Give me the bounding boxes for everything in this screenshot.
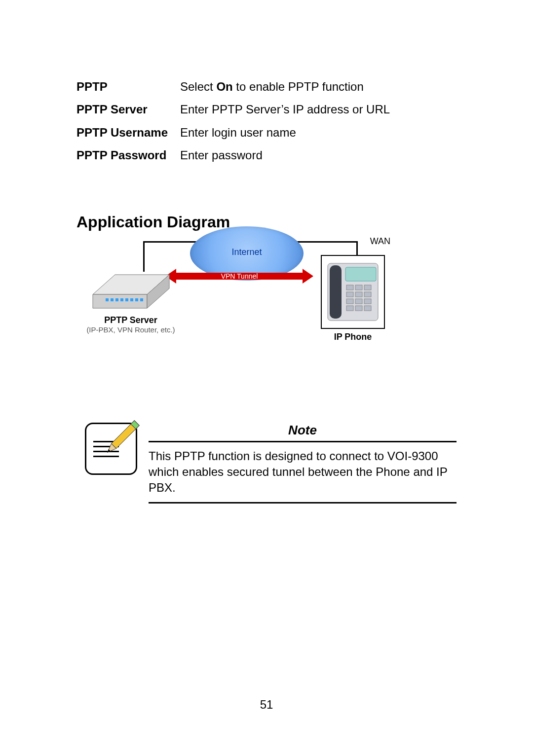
- def-desc-text: Enter PPTP Server: [180, 103, 281, 116]
- svg-rect-3: [106, 298, 109, 301]
- page: PPTP Select On to enable PPTP function P…: [0, 0, 533, 756]
- svg-rect-9: [135, 298, 138, 301]
- def-term: PPTP: [76, 79, 175, 95]
- ip-phone-device: IP Phone: [313, 255, 392, 342]
- svg-rect-17: [346, 292, 353, 297]
- def-term: PPTP Server: [76, 102, 175, 117]
- ip-phone-frame: [321, 255, 385, 329]
- page-number: 51: [0, 698, 533, 712]
- svg-marker-1: [93, 294, 147, 308]
- note-text: This PPTP function is designed to connec…: [149, 448, 457, 496]
- def-desc-text: ’s IP address or URL: [281, 103, 390, 116]
- pptp-server-device: PPTP Server (IP-PBX, VPN Router, etc.): [81, 265, 180, 334]
- definition-list: PPTP Select On to enable PPTP function P…: [76, 79, 457, 164]
- svg-rect-6: [120, 298, 123, 301]
- note-pencil-icon: [85, 423, 137, 475]
- def-desc-bold: On: [216, 80, 232, 93]
- divider: [149, 441, 457, 442]
- svg-rect-25: [364, 306, 371, 311]
- svg-rect-5: [115, 298, 118, 301]
- svg-rect-7: [125, 298, 128, 301]
- def-desc: Enter password: [180, 147, 457, 163]
- svg-rect-20: [346, 299, 353, 304]
- ip-phone-icon: [326, 260, 380, 324]
- svg-rect-22: [364, 299, 371, 304]
- application-diagram: WAN Internet VPN Tunnel PPTP Server: [76, 235, 392, 363]
- divider: [149, 502, 457, 504]
- pptp-server-label: PPTP Server: [81, 315, 180, 325]
- note-heading: Note: [149, 423, 457, 438]
- svg-rect-15: [355, 285, 362, 290]
- svg-rect-16: [364, 285, 371, 290]
- svg-rect-4: [111, 298, 114, 301]
- pptp-server-sublabel: (IP-PBX, VPN Router, etc.): [81, 325, 180, 334]
- ip-phone-label: IP Phone: [313, 332, 392, 342]
- def-desc-text: to enable PPTP function: [233, 80, 364, 93]
- def-desc: Enter login user name: [180, 125, 457, 141]
- def-term: PPTP Username: [76, 125, 175, 141]
- svg-rect-18: [355, 292, 362, 297]
- note-icon-wrap: [76, 423, 146, 475]
- svg-rect-14: [346, 285, 353, 290]
- svg-rect-8: [130, 298, 133, 301]
- def-desc-text: Enter login user name: [180, 126, 296, 139]
- def-desc-text: Select: [180, 80, 216, 93]
- note-content: Note This PPTP function is designed to c…: [149, 423, 457, 504]
- svg-rect-10: [140, 298, 143, 301]
- note-block: Note This PPTP function is designed to c…: [76, 423, 457, 504]
- svg-rect-13: [345, 267, 376, 281]
- internet-label: Internet: [190, 247, 304, 257]
- server-device-icon: [88, 265, 174, 314]
- svg-rect-12: [330, 265, 342, 319]
- def-term: PPTP Password: [76, 147, 175, 163]
- svg-rect-24: [355, 306, 362, 311]
- def-desc: Enter PPTP Server’s IP address or URL: [180, 102, 457, 117]
- def-desc: Select On to enable PPTP function: [180, 79, 457, 95]
- svg-rect-19: [364, 292, 371, 297]
- vpn-tunnel-label: VPN Tunnel: [165, 269, 313, 284]
- vpn-tunnel-arrow-icon: VPN Tunnel: [165, 269, 313, 284]
- wan-label: WAN: [368, 236, 392, 247]
- svg-rect-21: [355, 299, 362, 304]
- def-desc-text: Enter password: [180, 148, 263, 162]
- svg-rect-23: [346, 306, 353, 311]
